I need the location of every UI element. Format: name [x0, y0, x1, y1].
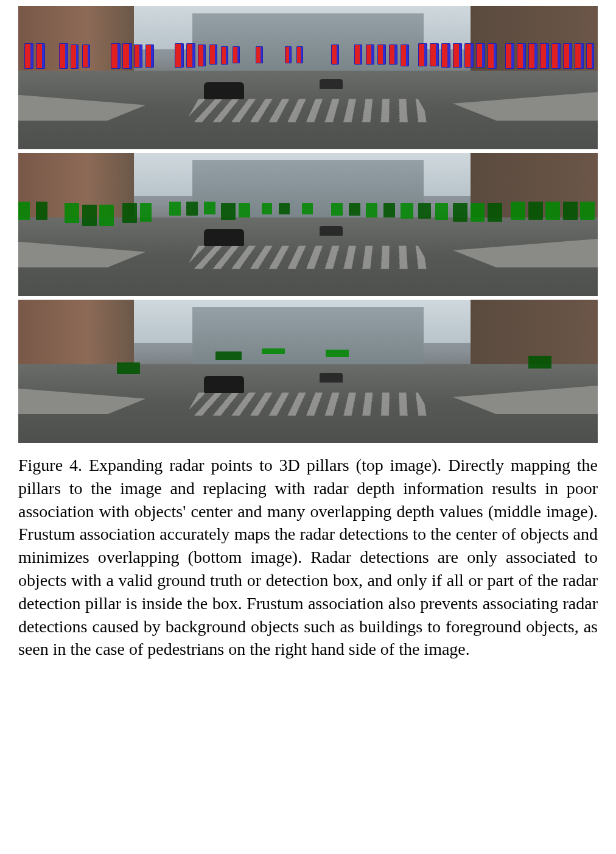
pillar-detection: [71, 44, 79, 69]
pillar-detection: [366, 44, 374, 65]
green-detection: [511, 202, 525, 221]
green-detection: [302, 203, 312, 214]
figure-container: Figure 4. Expanding radar points to 3D p…: [18, 6, 598, 661]
pillar-detection: [256, 46, 262, 63]
pillar-detection: [175, 43, 184, 68]
pillar-detection: [418, 43, 427, 66]
scene-car-mid: [320, 373, 343, 383]
pillar-detection: [233, 46, 239, 63]
green-detection: [204, 202, 215, 214]
green-detection: [580, 202, 595, 221]
green-detection: [239, 203, 250, 217]
pillar-detection: [389, 44, 397, 65]
green-detection: [99, 205, 114, 226]
pillar-detection: [528, 43, 537, 69]
pillar-detection: [540, 43, 549, 69]
pillar-detection: [575, 43, 584, 69]
green-detection: [36, 202, 47, 221]
green-detection: [122, 203, 137, 223]
frustum-detection: [326, 350, 349, 357]
figure-label: Figure 4.: [18, 456, 82, 475]
green-detection: [221, 203, 236, 220]
green-detection: [186, 202, 198, 216]
green-detection: [488, 203, 502, 222]
green-detection: [262, 203, 272, 214]
green-detection: [545, 202, 560, 221]
figure-caption-text: Expanding radar points to 3D pillars (to…: [18, 456, 598, 658]
pillar-detection: [488, 43, 497, 69]
scene-crosswalk: [185, 392, 430, 415]
green-detection: [471, 203, 485, 222]
frustum-detection: [117, 362, 140, 374]
pillar-detection: [505, 43, 514, 69]
panel-middle-direct-mapping: [18, 153, 598, 296]
pillar-detection: [36, 43, 45, 69]
pillar-detection: [331, 44, 339, 65]
pillar-detection: [476, 43, 485, 68]
green-detection: [279, 203, 289, 214]
pillar-detection: [59, 43, 68, 69]
pillar-detection: [198, 44, 206, 66]
panel-bottom-frustum: [18, 300, 598, 443]
pillar-detection: [430, 43, 439, 66]
scene-car-main: [204, 376, 245, 393]
pillar-detection: [145, 44, 153, 68]
figure-caption: Figure 4. Expanding radar points to 3D p…: [18, 454, 598, 661]
scene-crosswalk: [185, 245, 430, 269]
pillar-detection: [122, 43, 131, 69]
pillar-detection: [401, 44, 408, 66]
frustum-detection: [528, 356, 551, 369]
image-stack: [18, 6, 598, 443]
green-detection: [435, 203, 448, 220]
panel-top-3d-pillars: [18, 6, 598, 149]
pillar-detection: [221, 46, 228, 65]
green-detection: [349, 203, 360, 216]
scene-car-mid: [320, 79, 343, 89]
pillar-detection: [285, 46, 292, 63]
green-detection: [418, 203, 431, 219]
green-detection: [65, 203, 79, 223]
pillar-detection: [354, 44, 362, 65]
pillar-detection: [586, 43, 594, 69]
pillar-detection: [453, 43, 462, 68]
green-detection: [563, 202, 578, 221]
pillar-detection: [111, 43, 120, 69]
pillar-detection: [296, 46, 303, 63]
frustum-detection: [262, 348, 285, 354]
green-detection: [169, 202, 181, 216]
green-detection: [18, 202, 30, 221]
scene-car-main: [204, 229, 245, 246]
pillar-detection: [24, 43, 33, 69]
pillar-detection: [82, 44, 90, 68]
pillar-detection: [563, 43, 572, 69]
frustum-detection: [215, 351, 242, 360]
pillar-detection: [551, 43, 561, 69]
pillar-detection: [517, 43, 526, 69]
green-detection: [401, 203, 413, 219]
scene-car-mid: [320, 226, 343, 236]
green-detection: [528, 202, 543, 221]
green-detection: [366, 203, 377, 217]
green-detection: [331, 203, 343, 216]
pillar-detection: [134, 44, 142, 68]
pillar-detection: [441, 43, 450, 68]
pillar-detection: [209, 44, 217, 65]
pillar-detection: [377, 44, 385, 65]
green-detection: [383, 203, 395, 217]
green-detection: [140, 203, 152, 222]
pillar-detection: [186, 43, 195, 68]
scene-car-main: [204, 82, 245, 99]
pillar-detection: [464, 43, 474, 68]
green-detection: [82, 205, 97, 226]
green-detection: [453, 203, 467, 222]
scene-crosswalk: [185, 99, 430, 122]
